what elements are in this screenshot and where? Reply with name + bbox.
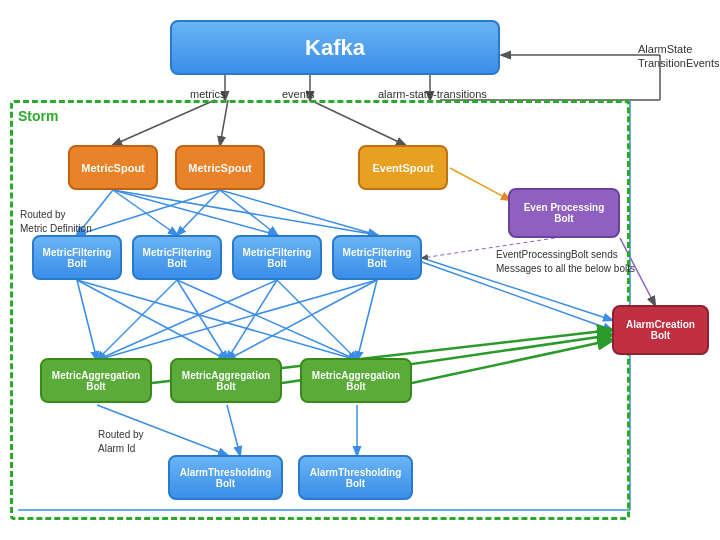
filter-bolt-1: MetricFilteringBolt	[32, 235, 122, 280]
metric-spout-1: MetricSpout	[68, 145, 158, 190]
annotation-event-proc: EventProcessingBolt sendsMessages to all…	[496, 248, 635, 276]
kafka-box: Kafka	[170, 20, 500, 75]
diagram-container: Kafka AlarmStateTransitionEvents Storm m…	[0, 0, 720, 540]
alarm-state-label: AlarmStateTransitionEvents	[638, 42, 720, 71]
metrics-label: metrics	[190, 88, 225, 100]
metric-spout-2: MetricSpout	[175, 145, 265, 190]
filter-bolt-4: MetricFilteringBolt	[332, 235, 422, 280]
event-processing-bolt: Even ProcessingBolt	[508, 188, 620, 238]
event-spout: EventSpout	[358, 145, 448, 190]
storm-label: Storm	[18, 108, 58, 124]
events-label: events	[282, 88, 314, 100]
filter-bolt-3: MetricFilteringBolt	[232, 235, 322, 280]
thresh-bolt-1: AlarmThresholdingBolt	[168, 455, 283, 500]
alarm-transitions-label: alarm-state-transitions	[378, 88, 487, 100]
annotation-metric-def: Routed byMetric Definition	[20, 208, 92, 236]
agg-bolt-3: MetricAggregationBolt	[300, 358, 412, 403]
kafka-label: Kafka	[305, 35, 365, 61]
annotation-alarm-id: Routed byAlarm Id	[98, 428, 144, 456]
agg-bolt-2: MetricAggregationBolt	[170, 358, 282, 403]
alarm-creation-bolt: AlarmCreationBolt	[612, 305, 709, 355]
agg-bolt-1: MetricAggregationBolt	[40, 358, 152, 403]
filter-bolt-2: MetricFilteringBolt	[132, 235, 222, 280]
thresh-bolt-2: AlarmThresholdingBolt	[298, 455, 413, 500]
